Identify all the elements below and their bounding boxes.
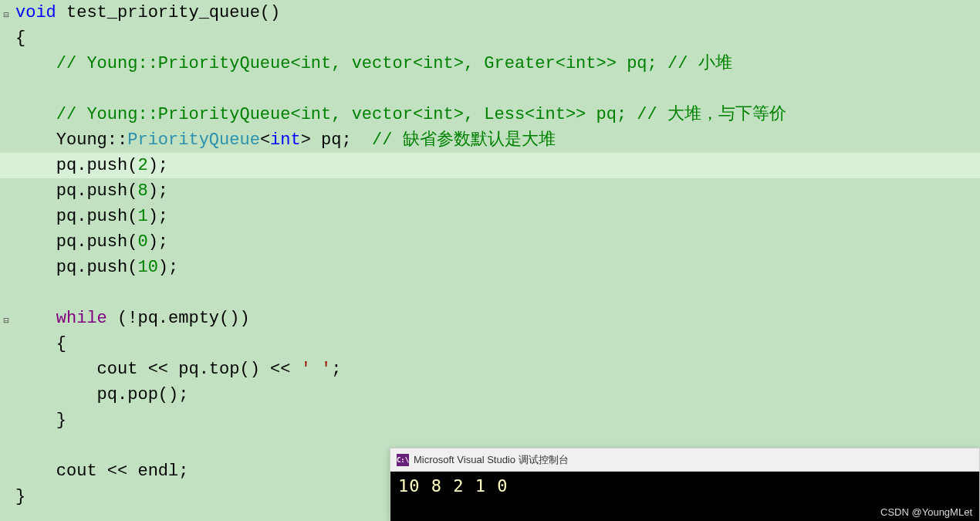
code-text: <: [260, 130, 270, 150]
code-text: );: [158, 258, 178, 277]
code-editor[interactable]: ⊟ void test_priority_queue() { // Young:…: [0, 0, 980, 509]
code-line: pq.push(8);: [0, 178, 980, 204]
number-literal: 0: [137, 232, 147, 252]
char-literal: ' ': [301, 360, 332, 379]
code-text: Young::: [15, 130, 127, 150]
code-text: );: [148, 181, 168, 201]
code-text: cout << pq.top() <<: [15, 360, 301, 379]
vs-console-icon: C:\: [397, 454, 409, 466]
code-comment: // 缺省参数默认是大堆: [372, 130, 556, 150]
code-text: pq.push(: [15, 258, 137, 277]
code-text: pq.push(: [15, 156, 137, 175]
code-line: pq.push(1);: [0, 204, 980, 229]
console-titlebar[interactable]: C:\ Microsoft Visual Studio 调试控制台: [390, 448, 979, 472]
number-literal: 8: [137, 181, 147, 201]
number-literal: 1: [137, 207, 147, 226]
keyword: int: [270, 130, 301, 150]
code-line: Young::PriorityQueue<int> pq; // 缺省参数默认是…: [0, 127, 980, 153]
number-literal: 2: [137, 156, 147, 175]
code-comment: // Young::PriorityQueue<int, vector<int>…: [0, 102, 980, 127]
code-line: {: [0, 331, 980, 357]
code-line: [0, 76, 980, 102]
code-line: [0, 280, 980, 306]
code-comment: // Young::PriorityQueue<int, vector<int>…: [0, 51, 980, 76]
number-literal: 10: [137, 258, 157, 277]
code-line: {: [0, 25, 980, 51]
code-text: (!pq.empty()): [107, 309, 250, 328]
code-line: cout << pq.top() << ' ';: [0, 357, 980, 382]
code-text: pq.push(: [15, 181, 137, 201]
watermark: CSDN @YoungMLet: [880, 506, 972, 518]
fold-icon[interactable]: ⊟: [2, 3, 11, 29]
code-line: pq.push(10);: [0, 255, 980, 280]
code-line: pq.pop();: [0, 382, 980, 408]
keyword: void: [15, 3, 56, 22]
code-line: }: [0, 408, 980, 433]
code-line: void test_priority_queue(): [0, 0, 980, 25]
code-text: > pq;: [301, 130, 372, 150]
code-line-current: pq.push(2);: [0, 153, 980, 178]
keyword: while: [56, 309, 107, 328]
code-line: while (!pq.empty()): [0, 306, 980, 331]
console-title-text: Microsoft Visual Studio 调试控制台: [414, 453, 569, 467]
code-line: pq.push(0);: [0, 229, 980, 255]
function-decl: test_priority_queue(): [56, 3, 280, 22]
code-text: );: [148, 232, 168, 252]
code-text: pq.push(: [15, 232, 137, 252]
type-name: PriorityQueue: [127, 130, 260, 150]
code-text: );: [148, 207, 168, 226]
code-text: [15, 309, 56, 328]
code-text: );: [148, 156, 168, 175]
code-text: ;: [331, 360, 341, 379]
fold-icon[interactable]: ⊟: [2, 309, 11, 334]
code-text: pq.push(: [15, 207, 137, 226]
